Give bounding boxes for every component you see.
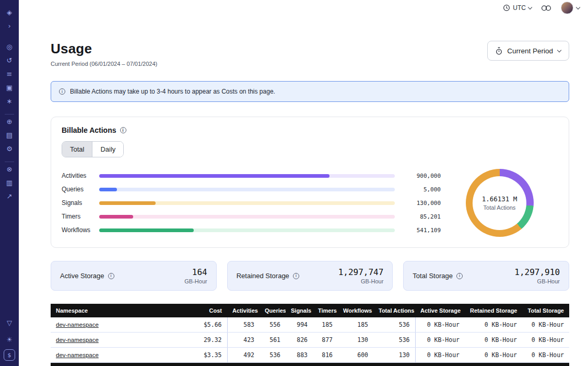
active-storage-unit: GB-Hour: [184, 278, 207, 284]
timezone-selector[interactable]: UTC: [503, 4, 532, 12]
col-signals: Signals: [286, 304, 313, 317]
lab-flask-icon[interactable]: ▽: [0, 316, 19, 329]
namespace-link[interactable]: dev-namespace: [56, 352, 99, 358]
main-area: UTC Usage Current Period (06/01/2024 – 0…: [19, 0, 588, 366]
namespace-link[interactable]: dev-namespace: [56, 322, 99, 328]
world-icon[interactable]: ⊕: [0, 115, 19, 128]
bar-label: Workflows: [62, 226, 99, 234]
namespaces-icon[interactable]: ◎: [0, 40, 19, 53]
value-cell: 0 KB-Hour: [522, 333, 569, 348]
billable-actions-title: Billable Actions: [62, 126, 116, 134]
value-cell: 0 KB-Hour: [465, 317, 522, 333]
active-storage-label: Active Storage: [60, 272, 104, 280]
value-cell: 536: [260, 348, 286, 363]
value-cell: 0 KB-Hour: [415, 333, 465, 348]
table-footer-bar-partial: [51, 363, 569, 366]
value-cell: 185: [338, 317, 373, 333]
layers-icon[interactable]: ≡: [0, 67, 19, 81]
chevron-down-icon: [557, 48, 561, 52]
bar-label: Signals: [62, 199, 99, 207]
user-menu[interactable]: [561, 2, 580, 14]
info-icon[interactable]: i: [293, 273, 299, 279]
retained-storage-unit: GB-Hour: [338, 278, 384, 284]
collapse-chevron-icon[interactable]: ›: [0, 19, 19, 32]
storage-stats-row: Active Storage i 164 GB-Hour Retained St…: [51, 261, 569, 291]
col-cost: Cost: [181, 304, 227, 317]
value-cell: 29.32: [181, 333, 227, 348]
bar-row: Activities 900,000: [62, 171, 441, 181]
docs-icon[interactable]: ▥: [0, 176, 19, 189]
bar-row: Queries 5,000: [62, 185, 441, 195]
namespace-usage-table-wrap: Namespace Cost Activities Queries Signal…: [51, 304, 569, 366]
bar-label: Activities: [62, 172, 99, 179]
bar-label: Timers: [62, 213, 99, 220]
bar-value: 130,000: [403, 200, 441, 207]
page-subtitle: Current Period (06/01/2024 – 07/01/2024): [51, 61, 157, 67]
billing-card-icon[interactable]: ▤: [0, 128, 19, 142]
value-cell: 0 KB-Hour: [415, 317, 465, 333]
donut-chart-wrap: 1.66131 M Total Actions: [441, 169, 558, 237]
namespace-link[interactable]: dev-namespace: [56, 337, 99, 343]
settings-gear-icon[interactable]: ⚙: [0, 142, 19, 155]
value-cell: 130: [338, 333, 373, 348]
support-circle-x-icon[interactable]: ⊗: [0, 162, 19, 176]
col-active-storage: Active Storage: [415, 304, 465, 317]
nexus-asterisk-icon[interactable]: ∗: [0, 94, 19, 108]
bar-track: [99, 201, 395, 205]
value-cell: 536: [373, 317, 415, 333]
period-dropdown-button[interactable]: Current Period: [487, 41, 569, 61]
total-storage-card: Total Storage i 1,297,910 GB-Hour: [403, 261, 569, 291]
logo-icon[interactable]: ◈: [0, 5, 19, 19]
namespace-cell: dev-namespace: [51, 333, 181, 348]
bar-value: 541,109: [403, 227, 441, 234]
avatar: [561, 2, 573, 14]
tab-total[interactable]: Total: [62, 142, 92, 157]
value-cell: 0 KB-Hour: [522, 348, 569, 363]
value-cell: 561: [260, 333, 286, 348]
value-cell: 0 KB-Hour: [415, 348, 465, 363]
sidebar-group: ⊕▤⚙: [0, 115, 19, 155]
bar-value: 85,201: [403, 213, 441, 220]
bar-value: 5,000: [403, 186, 441, 193]
value-cell: 130: [373, 348, 415, 363]
value-cell: 883: [286, 348, 313, 363]
value-cell: 994: [286, 317, 313, 333]
total-storage-unit: GB-Hour: [514, 278, 560, 284]
info-icon[interactable]: i: [456, 273, 463, 279]
info-icon[interactable]: i: [120, 127, 126, 133]
bar-row: Workflows 541,109: [62, 225, 441, 235]
chevron-down-icon: [528, 5, 532, 9]
namespace-cell: dev-namespace: [51, 348, 181, 363]
value-cell: 583: [227, 317, 260, 333]
table-row: dev-namespace$5.665835569941851855360 KB…: [51, 317, 569, 333]
value-cell: 185: [313, 317, 338, 333]
bar-fill: [99, 188, 117, 191]
bar-row: Timers 85,201: [62, 212, 441, 222]
chevron-down-icon: [576, 5, 580, 9]
goggles-icon[interactable]: [541, 5, 551, 12]
billable-actions-card: Billable Actions i Total Daily Activitie…: [51, 117, 569, 248]
sidebar-bottom-group: ▽☀$: [0, 316, 19, 361]
bar-fill: [99, 228, 194, 232]
value-cell: 877: [313, 333, 338, 348]
info-icon[interactable]: i: [108, 273, 114, 279]
launch-arrow-icon[interactable]: ↗: [0, 189, 19, 203]
page-header: Usage Current Period (06/01/2024 – 07/01…: [51, 41, 157, 67]
col-retained-storage: Retained Storage: [465, 304, 522, 317]
value-cell: $3.35: [181, 348, 227, 363]
period-dropdown-label: Current Period: [507, 47, 553, 55]
theme-sun-icon[interactable]: ☀: [0, 333, 19, 346]
table-header-row: Namespace Cost Activities Queries Signal…: [51, 304, 569, 317]
sidebar-group: ◈›: [0, 5, 19, 32]
history-icon[interactable]: ↺: [0, 53, 19, 67]
bar-track: [99, 215, 395, 219]
info-icon: i: [59, 88, 65, 95]
bar-row: Signals 130,000: [62, 198, 441, 208]
card-title-row: Billable Actions i: [62, 126, 558, 134]
value-cell: 0 KB-Hour: [465, 348, 522, 363]
namespace-usage-table: Namespace Cost Activities Queries Signal…: [51, 304, 569, 363]
usage-dollar-icon[interactable]: $: [4, 349, 15, 361]
value-cell: 0 KB-Hour: [522, 317, 569, 333]
deployments-cube-icon[interactable]: ▣: [0, 81, 19, 94]
tab-daily[interactable]: Daily: [92, 142, 123, 157]
